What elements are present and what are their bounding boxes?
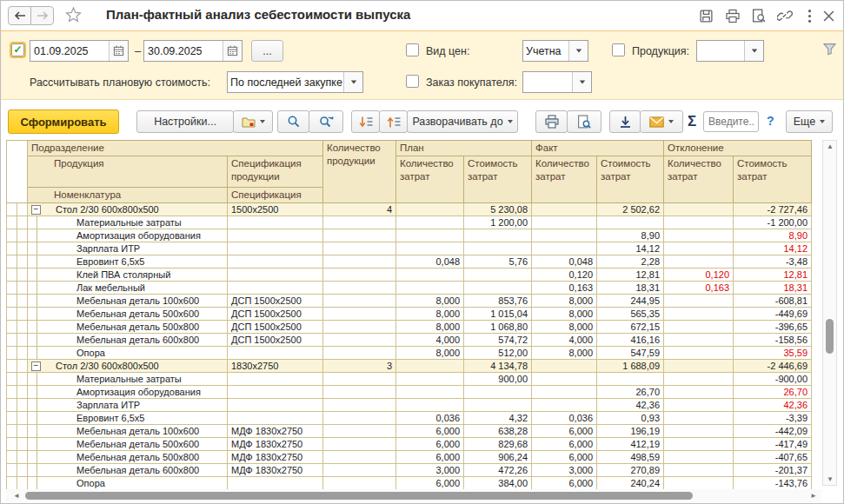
- dev-qty-cell[interactable]: [664, 373, 734, 386]
- specification-cell[interactable]: [228, 373, 323, 386]
- fact-qty-cell[interactable]: 0,036: [532, 412, 597, 425]
- specification-cell[interactable]: ДСП 1500х2500: [228, 321, 323, 334]
- dev-cost-cell[interactable]: -143,76: [734, 477, 812, 490]
- specification-cell[interactable]: [228, 282, 323, 295]
- dropdown-button[interactable]: [744, 41, 763, 61]
- help-icon[interactable]: ?: [767, 114, 774, 128]
- nomenclature-cell[interactable]: Мебельная деталь 500х600: [28, 308, 228, 321]
- specification-cell[interactable]: ДСП 1500х2500: [228, 308, 323, 321]
- get-link-icon[interactable]: [776, 8, 794, 23]
- nomenclature-cell[interactable]: Зарплата ИТР: [28, 399, 228, 412]
- fact-qty-cell[interactable]: [532, 373, 597, 386]
- dev-qty-cell[interactable]: [664, 386, 734, 399]
- fact-qty-cell[interactable]: [532, 229, 597, 242]
- autosum-icon[interactable]: Σ: [688, 113, 696, 130]
- dev-cost-cell[interactable]: 42,36: [734, 399, 812, 412]
- dev-qty-cell[interactable]: [664, 477, 734, 490]
- plan-qty-cell[interactable]: [396, 360, 464, 373]
- fact-qty-cell[interactable]: [532, 203, 597, 216]
- header-plan-cost[interactable]: Стоимость затрат: [464, 156, 532, 203]
- dev-qty-cell[interactable]: [664, 438, 734, 451]
- period-variants-button[interactable]: ...: [251, 40, 283, 62]
- header-deviation[interactable]: Отклонение: [664, 141, 812, 156]
- nomenclature-cell[interactable]: Зарплата ИТР: [28, 242, 228, 255]
- dev-qty-cell[interactable]: [664, 242, 734, 255]
- specification-cell[interactable]: [228, 477, 323, 490]
- settings-button[interactable]: Настройки...: [136, 110, 234, 133]
- plan-qty-cell[interactable]: [396, 203, 464, 216]
- nomenclature-cell[interactable]: Клей ПВА столярный: [28, 269, 228, 282]
- calendar-button[interactable]: [223, 41, 242, 61]
- qty-cell[interactable]: [323, 477, 396, 490]
- fact-cost-cell[interactable]: 12,81: [597, 269, 664, 282]
- plan-qty-cell[interactable]: 4,000: [396, 334, 464, 347]
- qty-cell[interactable]: [323, 321, 396, 334]
- dev-qty-cell[interactable]: [664, 255, 734, 269]
- fact-qty-cell[interactable]: 4,000: [532, 334, 597, 347]
- more-menu-icon[interactable]: [801, 8, 818, 23]
- dev-qty-cell[interactable]: [664, 360, 734, 373]
- plan-cost-method-combo[interactable]: По последней закупке: [227, 71, 363, 93]
- nomenclature-cell[interactable]: Опора: [28, 477, 228, 490]
- specification-cell[interactable]: [228, 386, 323, 399]
- fact-qty-cell[interactable]: 6,000: [532, 438, 597, 451]
- qty-cell[interactable]: [323, 399, 396, 412]
- plan-cost-cell[interactable]: 384,00: [464, 477, 532, 490]
- plan-qty-cell[interactable]: 8,000: [396, 308, 464, 321]
- specification-cell[interactable]: МДФ 1830х2750: [228, 438, 323, 451]
- header-spec[interactable]: Спецификация: [228, 188, 323, 203]
- dev-cost-cell[interactable]: -3,48: [734, 255, 812, 269]
- plan-cost-cell[interactable]: 512,00: [464, 347, 532, 360]
- scroll-down-icon[interactable]: ▼: [827, 475, 834, 483]
- plan-cost-cell[interactable]: 574,72: [464, 334, 532, 347]
- print-button[interactable]: [535, 110, 568, 133]
- nomenclature-cell[interactable]: Мебельная деталь 500х800: [28, 451, 228, 464]
- expand-groups-button[interactable]: [379, 110, 408, 133]
- search-next-button[interactable]: [309, 110, 343, 133]
- plan-qty-cell[interactable]: 8,000: [396, 347, 464, 360]
- close-icon[interactable]: [820, 8, 837, 23]
- fact-cost-cell[interactable]: 0,93: [597, 412, 664, 425]
- fact-cost-cell[interactable]: 1 688,09: [597, 360, 664, 373]
- header-dev-cost[interactable]: Стоимость затрат: [734, 156, 812, 203]
- plan-cost-cell[interactable]: 829,68: [464, 438, 532, 451]
- fact-cost-cell[interactable]: 240,24: [597, 477, 664, 490]
- plan-qty-cell[interactable]: 8,000: [396, 295, 464, 308]
- specification-cell[interactable]: МДФ 1830х2750: [228, 464, 323, 477]
- dev-qty-cell[interactable]: [664, 425, 734, 438]
- generate-button[interactable]: Сформировать: [8, 109, 119, 134]
- nomenclature-cell[interactable]: Мебельная деталь 600х800: [28, 464, 228, 477]
- specification-cell[interactable]: [228, 255, 323, 269]
- plan-qty-cell[interactable]: 0,036: [396, 412, 464, 425]
- dev-cost-cell[interactable]: 18,31: [734, 282, 812, 295]
- forward-button[interactable]: [30, 6, 54, 25]
- fact-cost-cell[interactable]: 565,35: [597, 308, 664, 321]
- qty-cell[interactable]: [323, 373, 396, 386]
- specification-cell[interactable]: [228, 216, 323, 229]
- fact-cost-cell[interactable]: 8,90: [597, 229, 664, 242]
- dev-cost-cell[interactable]: -417,49: [734, 438, 812, 451]
- nomenclature-cell[interactable]: Лак мебельный: [28, 282, 228, 295]
- fact-cost-cell[interactable]: 42,36: [597, 399, 664, 412]
- nomenclature-cell[interactable]: Мебельная деталь 500х800: [28, 321, 228, 334]
- plan-cost-cell[interactable]: 638,28: [464, 425, 532, 438]
- calendar-button[interactable]: [109, 41, 128, 61]
- fact-cost-cell[interactable]: 547,59: [597, 347, 664, 360]
- specification-cell[interactable]: ДСП 1500х2500: [228, 295, 323, 308]
- plan-cost-cell[interactable]: [464, 282, 532, 295]
- fact-cost-cell[interactable]: 412,19: [597, 438, 664, 451]
- fact-cost-cell[interactable]: 196,19: [597, 425, 664, 438]
- fact-qty-cell[interactable]: 0,048: [532, 255, 597, 269]
- vertical-scroll-thumb[interactable]: [826, 319, 834, 354]
- dev-cost-cell[interactable]: -2 727,46: [734, 203, 812, 216]
- plan-cost-cell[interactable]: 4 134,78: [464, 360, 532, 373]
- fact-qty-cell[interactable]: 8,000: [532, 321, 597, 334]
- qty-cell[interactable]: [323, 438, 396, 451]
- plan-qty-cell[interactable]: [396, 282, 464, 295]
- save-result-button[interactable]: [609, 110, 641, 133]
- specification-cell[interactable]: [228, 269, 323, 282]
- fact-qty-cell[interactable]: 0,120: [532, 269, 597, 282]
- favorite-star-icon[interactable]: [65, 7, 82, 23]
- header-fact-qty[interactable]: Количество затрат: [532, 156, 597, 203]
- fact-cost-cell[interactable]: [597, 373, 664, 386]
